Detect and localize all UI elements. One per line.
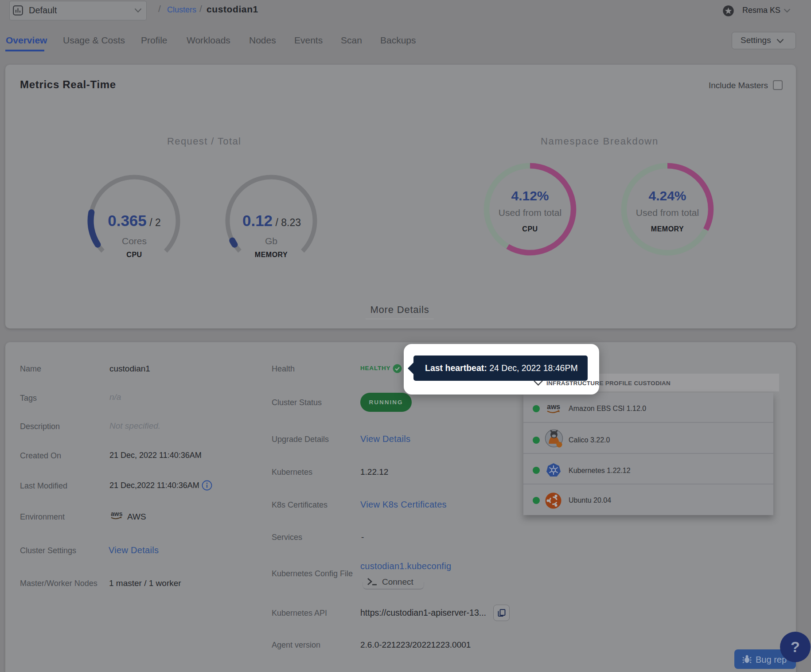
svg-text:aws: aws: [547, 403, 560, 410]
svg-text:aws: aws: [111, 510, 123, 517]
